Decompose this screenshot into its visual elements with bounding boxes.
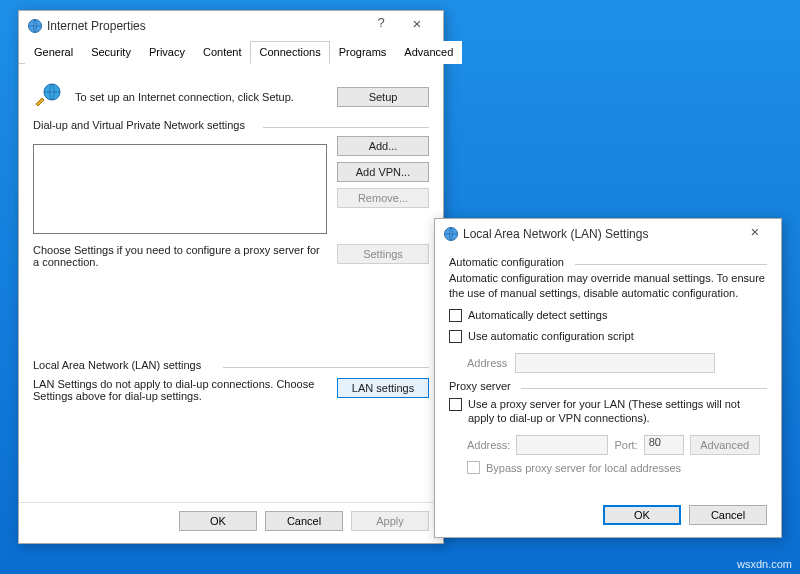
proxy-address-input	[516, 435, 608, 455]
bypass-checkbox: Bypass proxy server for local addresses	[467, 461, 681, 474]
tab-advanced[interactable]: Advanced	[395, 41, 462, 64]
tab-content[interactable]: Content	[194, 41, 251, 64]
tab-connections[interactable]: Connections	[250, 41, 329, 64]
lan-text: LAN Settings do not apply to dial-up con…	[33, 378, 327, 402]
proxy-legend: Proxy server	[449, 380, 517, 392]
tab-programs[interactable]: Programs	[330, 41, 396, 64]
lan-ok-button[interactable]: OK	[603, 505, 681, 525]
proxy-address-label: Address:	[467, 439, 510, 451]
add-button[interactable]: Add...	[337, 136, 429, 156]
setup-button[interactable]: Setup	[337, 87, 429, 107]
lan-titlebar: Local Area Network (LAN) Settings ×	[435, 219, 781, 249]
auto-config-legend: Automatic configuration	[449, 256, 570, 268]
lan-cancel-button[interactable]: Cancel	[689, 505, 767, 525]
titlebar: Internet Properties ? ×	[19, 11, 443, 41]
proxy-port-label: Port:	[614, 439, 637, 451]
tab-privacy[interactable]: Privacy	[140, 41, 194, 64]
tab-security[interactable]: Security	[82, 41, 140, 64]
lan-group: Local Area Network (LAN) settings LAN Se…	[33, 367, 429, 402]
dialup-group: Dial-up and Virtual Private Network sett…	[33, 127, 429, 268]
window-title: Internet Properties	[47, 19, 363, 33]
proxy-port-input: 80	[644, 435, 684, 455]
watermark: wsxdn.com	[737, 558, 792, 570]
apply-button: Apply	[351, 511, 429, 531]
globe-icon	[27, 18, 43, 34]
cancel-button[interactable]: Cancel	[265, 511, 343, 531]
lan-legend: Local Area Network (LAN) settings	[33, 359, 207, 371]
script-address-input	[515, 353, 715, 373]
setup-text: To set up an Internet connection, click …	[75, 91, 327, 103]
close-button[interactable]: ×	[399, 15, 435, 37]
proxy-group: Proxy server Use a proxy server for your…	[449, 388, 767, 477]
lan-window-title: Local Area Network (LAN) Settings	[463, 227, 737, 241]
connection-wizard-icon	[33, 80, 65, 114]
use-proxy-checkbox[interactable]: Use a proxy server for your LAN (These s…	[449, 397, 767, 426]
auto-config-group: Automatic configuration Automatic config…	[449, 264, 767, 373]
ok-button[interactable]: OK	[179, 511, 257, 531]
auto-script-checkbox[interactable]: Use automatic configuration script	[449, 330, 634, 343]
internet-properties-window: Internet Properties ? × General Security…	[18, 10, 444, 544]
connections-listbox[interactable]	[33, 144, 327, 234]
tab-general[interactable]: General	[25, 41, 82, 64]
lan-close-button[interactable]: ×	[737, 223, 773, 245]
globe-icon	[443, 226, 459, 242]
settings-button: Settings	[337, 244, 429, 264]
tab-strip: General Security Privacy Content Connect…	[19, 41, 443, 64]
help-button[interactable]: ?	[363, 15, 399, 37]
lan-settings-button[interactable]: LAN settings	[337, 378, 429, 398]
auto-config-text: Automatic configuration may override man…	[449, 271, 767, 301]
script-address-label: Address	[467, 357, 507, 369]
advanced-button: Advanced	[690, 435, 760, 455]
auto-detect-checkbox[interactable]: Automatically detect settings	[449, 309, 607, 322]
dialup-legend: Dial-up and Virtual Private Network sett…	[33, 119, 251, 131]
footer-buttons: OK Cancel Apply	[19, 502, 443, 543]
lan-footer-buttons: OK Cancel	[435, 497, 781, 537]
lan-settings-window: Local Area Network (LAN) Settings × Auto…	[434, 218, 782, 538]
add-vpn-button[interactable]: Add VPN...	[337, 162, 429, 182]
choose-settings-text: Choose Settings if you need to configure…	[33, 244, 327, 268]
remove-button: Remove...	[337, 188, 429, 208]
dialog-body: To set up an Internet connection, click …	[19, 64, 443, 410]
lan-body: Automatic configuration Automatic config…	[435, 249, 781, 484]
